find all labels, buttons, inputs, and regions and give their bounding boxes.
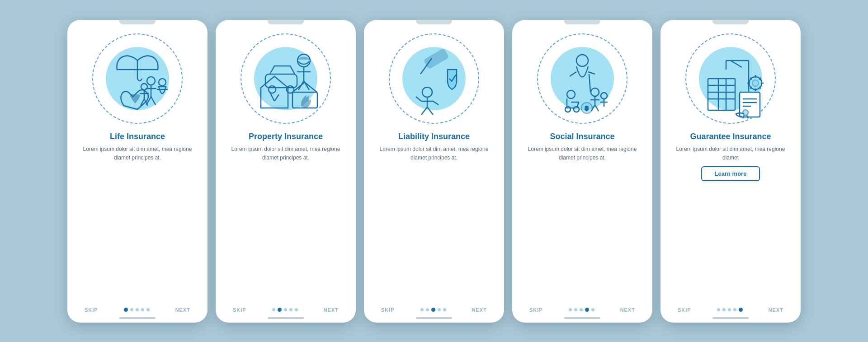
svg-line-29: [421, 107, 427, 115]
card-body-liability: Lorem ipsum dolor sit dim amet, mea regi…: [372, 145, 496, 162]
bottom-bar-life: [119, 317, 156, 319]
next-button-property[interactable]: NEXT: [324, 307, 339, 313]
card-social: $ Social Insurance Lorem ipsum dolor sit…: [512, 20, 652, 323]
svg-text:$: $: [585, 105, 589, 112]
illustration-life: [88, 29, 187, 128]
card-property: Property Insurance Lorem ipsum dolor sit…: [216, 20, 356, 323]
card-title-property: Property Insurance: [249, 132, 323, 142]
learn-more-button[interactable]: Learn more: [701, 166, 760, 181]
svg-line-36: [589, 74, 590, 92]
card-title-social: Social Insurance: [550, 132, 614, 142]
svg-line-53: [731, 61, 742, 67]
svg-line-31: [416, 97, 421, 101]
skip-button-guarantee[interactable]: SKIP: [678, 307, 691, 313]
svg-line-32: [433, 101, 439, 105]
next-button-social[interactable]: NEXT: [620, 307, 635, 313]
skip-button-social[interactable]: SKIP: [529, 307, 543, 313]
next-button-guarantee[interactable]: NEXT: [769, 307, 783, 313]
phone-notch-5: [712, 20, 749, 24]
dot-1-life: [130, 308, 133, 311]
bottom-bar-guarantee: [712, 317, 749, 319]
card-body-guarantee: Lorem ipsum dolor sit dim amet, mea regi…: [669, 145, 793, 162]
dot-2-life: [136, 308, 139, 311]
illustration-social: $: [533, 29, 632, 128]
card-nav-life: SKIP NEXT: [75, 305, 199, 314]
dot-4-social: [591, 308, 594, 311]
phone-notch-2: [268, 20, 304, 24]
svg-wrap-guarantee: [685, 33, 776, 124]
dot-2-liability: [431, 308, 435, 312]
card-nav-property: SKIP NEXT: [224, 305, 348, 314]
card-body-life: Lorem ipsum dolor sit dim amet, mea regi…: [75, 145, 199, 162]
svg-line-30: [427, 107, 433, 115]
dot-1-property: [278, 308, 282, 312]
dot-3-property: [289, 308, 292, 311]
illustration-liability: [384, 29, 484, 128]
svg-point-39: [574, 107, 579, 112]
svg-wrap-life: [92, 33, 183, 124]
dot-0-guarantee: [717, 308, 720, 311]
phone-notch-1: [119, 20, 156, 24]
dot-4-liability: [443, 308, 446, 311]
dot-1-social: [574, 308, 577, 311]
next-button-liability[interactable]: NEXT: [472, 307, 487, 313]
svg-point-61: [752, 80, 759, 86]
card-title-guarantee: Guarantee Insurance: [690, 132, 771, 142]
card-body-social: Lorem ipsum dolor sit dim amet, mea regi…: [520, 145, 644, 162]
svg-point-8: [141, 84, 147, 90]
card-guarantee: Guarantee Insurance Lorem ipsum dolor si…: [660, 20, 801, 323]
svg-wrap-social: $: [537, 33, 627, 124]
dot-0-life: [124, 308, 128, 312]
bottom-bar-property: [268, 317, 304, 319]
svg-rect-24: [424, 48, 448, 68]
svg-point-6: [159, 79, 166, 86]
bottom-bar-social: [564, 317, 600, 319]
svg-point-74: [743, 110, 748, 115]
dots-guarantee: [717, 308, 743, 312]
svg-line-35: [588, 72, 595, 74]
svg-line-34: [570, 72, 576, 76]
dots-social: [569, 308, 594, 312]
dots-liability: [420, 308, 446, 312]
svg-point-19: [269, 86, 276, 93]
skip-button-life[interactable]: SKIP: [85, 307, 98, 313]
dot-2-social: [580, 308, 583, 311]
svg-rect-18: [265, 74, 297, 88]
card-title-liability: Liability Insurance: [398, 132, 470, 142]
dot-0-liability: [420, 308, 424, 311]
skip-button-liability[interactable]: SKIP: [381, 307, 395, 313]
phone-notch-3: [416, 20, 452, 24]
dot-4-property: [295, 308, 298, 311]
card-nav-guarantee: SKIP NEXT: [669, 305, 793, 314]
dot-0-property: [272, 308, 275, 311]
dot-3-liability: [438, 308, 441, 311]
svg-point-37: [567, 90, 575, 98]
card-liability: Liability Insurance Lorem ipsum dolor si…: [364, 20, 504, 323]
svg-point-1: [147, 77, 155, 85]
dot-1-liability: [426, 308, 429, 311]
dot-2-property: [284, 308, 287, 311]
illustration-guarantee: [681, 29, 780, 128]
svg-wrap-property: [241, 33, 331, 124]
dot-4-guarantee: [739, 308, 743, 312]
svg-line-44: [595, 105, 599, 111]
svg-wrap-liability: [389, 33, 479, 124]
dot-3-life: [141, 308, 144, 311]
svg-point-26: [422, 87, 432, 97]
dots-life: [124, 308, 150, 312]
dot-4-life: [146, 308, 150, 311]
dot-0-social: [569, 308, 572, 311]
svg-line-22: [274, 94, 279, 101]
cards-container: Life Insurance Lorem ipsum dolor sit dim…: [54, 6, 814, 336]
dot-3-guarantee: [733, 308, 736, 311]
card-life: Life Insurance Lorem ipsum dolor sit dim…: [67, 20, 208, 323]
phone-notch-4: [564, 20, 600, 24]
next-button-life[interactable]: NEXT: [175, 307, 190, 313]
bottom-bar-liability: [416, 317, 452, 319]
skip-button-property[interactable]: SKIP: [233, 307, 246, 313]
svg-point-40: [591, 88, 599, 96]
illustration-property: [236, 29, 335, 128]
svg-rect-54: [708, 79, 735, 110]
card-body-property: Lorem ipsum dolor sit dim amet, mea regi…: [224, 145, 348, 162]
card-nav-liability: SKIP NEXT: [372, 305, 496, 314]
